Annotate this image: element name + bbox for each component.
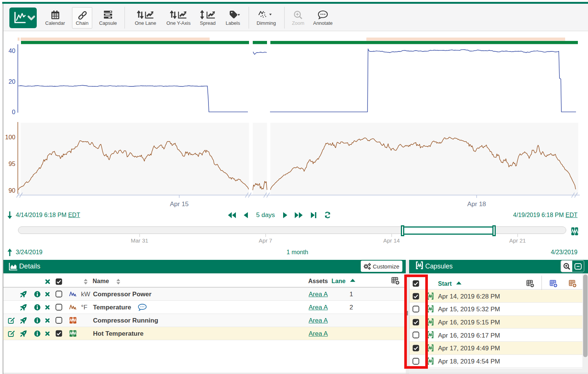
svg-text:40: 40 <box>9 47 15 54</box>
svg-text:0: 0 <box>12 109 15 115</box>
svg-text:Apr 15: Apr 15 <box>170 201 189 208</box>
svg-text:95: 95 <box>9 160 15 167</box>
svg-text:100: 100 <box>5 134 15 140</box>
svg-text:90: 90 <box>9 187 15 194</box>
svg-text:Apr 18: Apr 18 <box>467 201 486 208</box>
svg-text:20: 20 <box>9 78 15 85</box>
